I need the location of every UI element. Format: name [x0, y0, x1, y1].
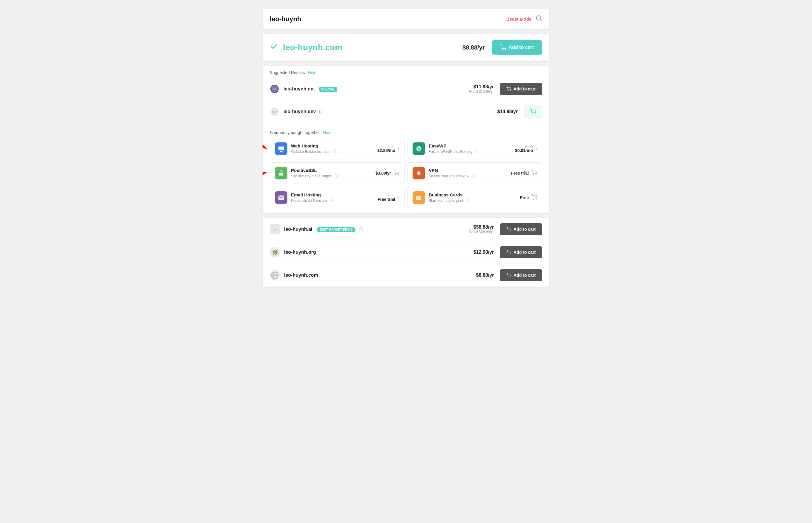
web-hosting-name: Web Hosting	[291, 143, 374, 148]
fbt-header: Frequently bought together Hide	[270, 126, 542, 138]
business-cards-cart-icon[interactable]	[531, 194, 537, 201]
svg-point-13	[535, 114, 535, 114]
net-domain-name: leo-huynh.net SPECIAL	[283, 86, 469, 92]
email-hosting-arrow: ›	[398, 195, 399, 201]
fbt-item-easywp[interactable]: W EasyWP Fastest WordPress Hosting ⓘ Fro…	[408, 138, 542, 159]
suggested-hide-link[interactable]: Hide	[308, 70, 317, 75]
svg-rect-15	[278, 146, 284, 147]
easywp-arrow: ›	[535, 146, 537, 152]
business-cards-desc: Start free, pay to print ⓘ	[429, 198, 517, 203]
vpn-cart-icon[interactable]	[531, 169, 537, 177]
fbt-item-business-cards[interactable]: Business Cards Start free, pay to print …	[408, 187, 542, 209]
positivessl-cart-icon[interactable]	[394, 169, 399, 177]
web-hosting-info-icon[interactable]: ⓘ	[333, 149, 337, 154]
fbt-item-web-hosting[interactable]: Web Hosting Website Builder included ⓘ F…	[270, 138, 404, 159]
ai-add-to-cart-button[interactable]: Add to cart	[500, 223, 542, 235]
search-card: leo-huynh Beast Mode	[263, 9, 549, 29]
svg-point-12	[532, 114, 532, 114]
email-hosting-info-icon[interactable]: ⓘ	[329, 198, 334, 203]
org-add-to-cart-button[interactable]: Add to cart	[500, 246, 542, 258]
ai-info-icon[interactable]: ⓘ	[359, 227, 363, 232]
business-cards-info: Business Cards Start free, pay to print …	[429, 192, 517, 203]
positivessl-name: PositiveSSL	[291, 168, 373, 173]
fbt-item-email-hosting[interactable]: Email Hosting Personalized & secure ⓘ Fr…	[270, 187, 404, 209]
web-hosting-price: From $2.88/mo	[377, 144, 395, 153]
ai-price: $58.88/yr	[469, 224, 494, 230]
email-hosting-info: Email Hosting Personalized & secure ⓘ	[291, 192, 375, 203]
fbt-item-positivessl[interactable]: PositiveSSL Site security made simple ⓘ …	[270, 162, 404, 184]
special-badge: SPECIAL	[319, 87, 337, 92]
net-price: $11.98/yr	[469, 84, 494, 90]
bottom-row-ai: AI leo-huynh.ai BEST MARKET PRICE ⓘ $58.…	[263, 218, 549, 240]
com-add-to-cart-button[interactable]: Add to cart	[500, 269, 542, 281]
com-add-to-cart-label: Add to cart	[514, 273, 536, 277]
positivessl-price: $3.88/yr	[376, 171, 391, 176]
svg-point-47	[508, 277, 508, 277]
web-hosting-info: Web Hosting Website Builder included ⓘ	[291, 143, 374, 154]
suggested-card: Suggested Results Hide leo-huynh.net SPE…	[263, 66, 549, 213]
svg-point-33	[533, 199, 534, 199]
svg-point-37	[508, 231, 508, 231]
primary-result-card: leo-huynh.com $8.88/yr Add to cart	[263, 34, 549, 61]
primary-add-to-cart-button[interactable]: Add to cart	[492, 40, 542, 55]
ai-retail-price: Retail $68.88/yr	[469, 230, 494, 234]
search-term: leo-huynh	[270, 15, 301, 23]
search-icon[interactable]	[536, 15, 542, 23]
svg-point-3	[505, 50, 505, 50]
svg-line-1	[540, 19, 541, 21]
email-hosting-icon	[275, 191, 288, 204]
easywp-price: From $0.01/mo	[515, 144, 533, 153]
net-add-to-cart-label: Add to cart	[514, 87, 536, 91]
business-cards-icon	[413, 191, 425, 204]
suggested-row-dev: </> leo-huynh.dev ⓘ $14.98/yr	[263, 100, 549, 123]
svg-text:🌿: 🌿	[272, 250, 278, 255]
web-hosting-icon	[275, 142, 288, 155]
svg-text:W: W	[417, 147, 420, 150]
vpn-info-icon[interactable]: ⓘ	[472, 174, 476, 178]
easywp-desc: Fastest WordPress Hosting ⓘ	[429, 149, 512, 154]
dev-price: $14.98/yr	[497, 109, 518, 114]
dev-add-to-cart-button[interactable]	[524, 105, 542, 119]
easywp-icon: W	[413, 142, 425, 155]
dev-info-icon[interactable]: ⓘ	[319, 109, 323, 114]
org-price-block: $12.98/yr	[473, 250, 494, 255]
org-domain-icon: 🌿	[270, 247, 280, 257]
net-domain-icon	[270, 84, 279, 94]
bottom-row-org: 🌿 leo-huynh.org $12.98/yr Add to cart	[263, 240, 549, 264]
svg-point-22	[396, 174, 396, 175]
com-domain-icon	[270, 270, 280, 280]
red-arrow-web-hosting	[263, 144, 267, 154]
org-domain-name: leo-huynh.org	[284, 250, 473, 255]
vpn-icon	[413, 167, 425, 179]
positivessl-desc: Site security made simple ⓘ	[291, 174, 373, 179]
svg-point-26	[533, 174, 534, 175]
fbt-hide-link[interactable]: Hide	[323, 130, 332, 135]
fbt-section: Frequently bought together Hide	[263, 126, 549, 213]
beast-mode-link[interactable]: Beast Mode	[506, 16, 532, 21]
dev-price-block: $14.98/yr	[497, 109, 518, 114]
business-cards-info-icon[interactable]: ⓘ	[466, 198, 470, 203]
svg-point-21	[281, 174, 282, 175]
svg-point-25	[418, 172, 420, 174]
com-price-block: $8.88/yr	[476, 273, 494, 278]
available-check-icon	[270, 42, 278, 53]
primary-add-to-cart-label: Add to cart	[509, 45, 534, 50]
svg-point-8	[508, 90, 508, 91]
svg-point-42	[510, 254, 511, 254]
net-add-to-cart-button[interactable]: Add to cart	[500, 83, 542, 95]
org-price: $12.98/yr	[473, 250, 494, 255]
suggested-title: Suggested Results	[270, 70, 305, 75]
search-actions: Beast Mode	[506, 15, 542, 23]
email-hosting-price: From Free trial	[378, 194, 395, 202]
positivessl-info: PositiveSSL Site security made simple ⓘ	[291, 168, 373, 179]
svg-point-2	[502, 50, 503, 50]
web-hosting-arrow: ›	[398, 146, 399, 152]
easywp-name: EasyWP	[429, 143, 512, 148]
primary-domain-name: leo-huynh.com	[283, 43, 463, 52]
fbt-item-vpn[interactable]: VPN Secure Your Privacy Now ⓘ Free trial	[408, 162, 542, 184]
fbt-grid: Web Hosting Website Builder included ⓘ F…	[270, 138, 542, 209]
vpn-price: Free trial	[511, 171, 529, 176]
easywp-info-icon[interactable]: ⓘ	[475, 149, 479, 154]
positivessl-info-icon[interactable]: ⓘ	[334, 174, 339, 178]
svg-point-48	[510, 277, 511, 277]
